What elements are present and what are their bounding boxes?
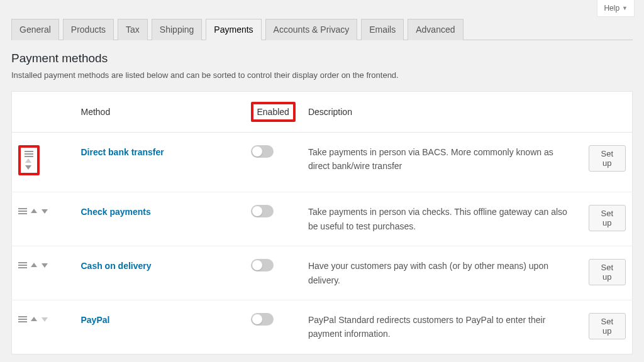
tab-emails[interactable]: Emails <box>361 19 404 40</box>
enabled-cell <box>245 300 302 354</box>
sort-controls-highlight <box>18 145 40 175</box>
sort-cell <box>12 133 75 192</box>
enabled-cell <box>245 133 302 192</box>
enabled-cell <box>245 246 302 300</box>
enabled-header-highlight: Enabled <box>251 102 296 122</box>
svg-rect-5 <box>18 213 27 214</box>
svg-rect-8 <box>18 267 27 268</box>
column-method: Method <box>75 92 245 133</box>
enable-toggle-paypal[interactable] <box>251 313 274 326</box>
help-dropdown[interactable]: Help ▼ <box>597 0 635 17</box>
method-link-cheque[interactable]: Check payments <box>81 207 151 217</box>
method-cell: Check payments <box>75 192 245 246</box>
column-enabled-label: Enabled <box>257 107 289 117</box>
move-down-icon[interactable] <box>25 164 33 170</box>
svg-rect-11 <box>18 321 27 322</box>
svg-rect-0 <box>25 151 33 152</box>
sort-cell <box>12 300 75 354</box>
method-cell: Direct bank transfer <box>75 133 245 192</box>
drag-handle-icon[interactable] <box>25 150 33 158</box>
action-cell: Set up <box>582 133 633 192</box>
description-cell: PayPal Standard redirects customers to P… <box>302 300 582 354</box>
svg-rect-6 <box>18 262 27 263</box>
tab-accounts[interactable]: Accounts & Privacy <box>265 19 358 40</box>
svg-rect-2 <box>25 156 33 157</box>
action-cell: Set up <box>582 246 633 300</box>
enable-toggle-cod[interactable] <box>251 259 274 272</box>
chevron-down-icon: ▼ <box>622 5 628 11</box>
section-title: Payment methods <box>11 52 633 65</box>
setup-button-cheque[interactable]: Set up <box>589 205 626 231</box>
description-cell: Take payments in person via checks. This… <box>302 192 582 246</box>
description-cell: Take payments in person via BACS. More c… <box>302 133 582 192</box>
move-up-icon <box>25 158 33 164</box>
table-row: Cash on deliveryHave your customers pay … <box>12 246 633 300</box>
move-up-icon[interactable] <box>30 208 38 214</box>
svg-rect-1 <box>25 153 33 155</box>
tab-general[interactable]: General <box>11 19 59 40</box>
tab-shipping[interactable]: Shipping <box>152 19 203 40</box>
description-cell: Have your customers pay with cash (or by… <box>302 246 582 300</box>
svg-rect-9 <box>18 316 27 317</box>
move-up-icon[interactable] <box>30 316 38 322</box>
drag-handle-icon[interactable] <box>18 207 27 215</box>
table-row: Direct bank transferTake payments in per… <box>12 133 633 192</box>
sort-controls <box>18 261 48 269</box>
sort-controls <box>18 207 48 215</box>
setup-button-bacs[interactable]: Set up <box>589 145 626 172</box>
action-cell: Set up <box>582 192 633 246</box>
svg-rect-4 <box>18 211 27 212</box>
help-label: Help <box>604 4 619 13</box>
sort-controls <box>18 315 48 323</box>
move-down-icon[interactable] <box>41 208 48 214</box>
svg-rect-10 <box>18 319 27 320</box>
tab-products[interactable]: Products <box>63 19 114 40</box>
payment-methods-table: Method Enabled Description Direct bank t… <box>11 91 633 354</box>
move-down-icon[interactable] <box>41 262 48 268</box>
drag-handle-icon[interactable] <box>18 315 27 323</box>
setup-button-cod[interactable]: Set up <box>589 259 626 285</box>
move-up-icon[interactable] <box>30 262 38 268</box>
table-row: PayPalPayPal Standard redirects customer… <box>12 300 633 354</box>
move-down-icon <box>41 316 48 322</box>
tab-tax[interactable]: Tax <box>118 19 148 40</box>
method-cell: PayPal <box>75 300 245 354</box>
method-link-paypal[interactable]: PayPal <box>81 315 110 325</box>
sort-cell <box>12 246 75 300</box>
tab-payments[interactable]: Payments <box>206 19 261 40</box>
table-row: Check paymentsTake payments in person vi… <box>12 192 633 246</box>
enable-toggle-bacs[interactable] <box>251 145 274 158</box>
column-description: Description <box>302 92 582 133</box>
column-sort <box>12 92 75 133</box>
column-action <box>582 92 633 133</box>
method-cell: Cash on delivery <box>75 246 245 300</box>
method-link-bacs[interactable]: Direct bank transfer <box>81 147 164 157</box>
tab-advanced[interactable]: Advanced <box>408 19 463 40</box>
svg-rect-3 <box>18 208 27 209</box>
sort-cell <box>12 192 75 246</box>
svg-rect-7 <box>18 265 27 266</box>
action-cell: Set up <box>582 300 633 354</box>
enabled-cell <box>245 192 302 246</box>
settings-tabs: GeneralProductsTaxShippingPaymentsAccoun… <box>11 19 633 40</box>
setup-button-paypal[interactable]: Set up <box>589 313 626 339</box>
column-enabled: Enabled <box>245 92 302 133</box>
drag-handle-icon[interactable] <box>18 261 27 269</box>
method-link-cod[interactable]: Cash on delivery <box>81 261 152 271</box>
enable-toggle-cheque[interactable] <box>251 205 274 217</box>
section-description: Installed payment methods are listed bel… <box>11 70 633 80</box>
